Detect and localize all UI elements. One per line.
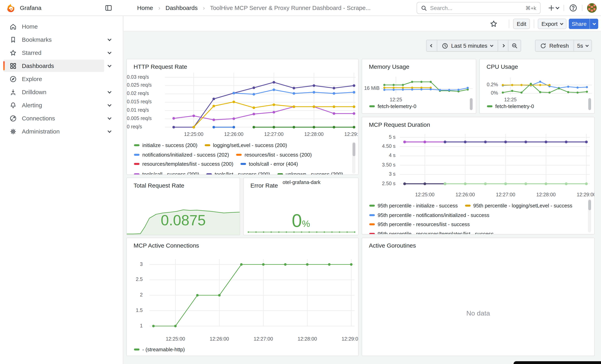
sidebar-item-label: Explore [22, 76, 42, 82]
search-input[interactable]: Search... ⌘+k [417, 2, 541, 14]
cpu-usage-chart[interactable] [500, 77, 592, 96]
breadcrumb-home[interactable]: Home [137, 4, 153, 11]
mcp-active-connections-chart[interactable] [150, 257, 355, 329]
favorite-star-icon[interactable] [490, 20, 498, 28]
legend-item[interactable]: tools/call - success (200) [134, 171, 199, 175]
chevron-down-icon[interactable] [108, 37, 111, 41]
dashboards-grid-icon [10, 62, 17, 69]
legend-item[interactable]: 95th percentile - initialize - success [369, 202, 458, 208]
sidebar-item-administration[interactable]: Administration [3, 125, 104, 138]
refresh-interval-picker[interactable]: 5s [574, 40, 591, 51]
search-shortcut: ⌘+k [525, 5, 536, 11]
divider [509, 20, 509, 28]
sidebar-item-drilldown[interactable]: Drilldown [3, 86, 104, 98]
divider [564, 5, 564, 11]
legend-row: 95th percentile - resources/list - succe… [369, 221, 585, 227]
breadcrumb-dashboards[interactable]: Dashboards [166, 4, 198, 11]
panel-http-request-rate: HTTP Request Rate 0.03 req/s 0.025 req/s… [126, 59, 359, 175]
divider [534, 20, 534, 28]
panel-mcp-active-connections: MCP Active Connections 3 2.5 2 1.5 1 12:… [126, 238, 359, 356]
refresh-interval-label: 5s [577, 42, 583, 49]
legend-scrollbar-thumb[interactable] [588, 200, 591, 210]
sidebar-item-starred[interactable]: Starred [3, 47, 104, 59]
legend-item[interactable]: fetch-telemetry-0 [487, 103, 534, 109]
legend-item[interactable]: resources/list - success (200) [236, 152, 312, 157]
legend-item[interactable]: 95th percentile - logging/setLevel - suc… [465, 202, 572, 208]
share-dropdown-button[interactable] [590, 19, 598, 29]
panel-total-request-rate: Total Request Rate 0.0875 [126, 178, 240, 235]
stat-value: 0.0875 [127, 212, 240, 229]
legend-row-clipped: 95th percentile - resources/templates/li… [369, 230, 585, 235]
export-button[interactable]: Export [538, 19, 566, 29]
chevron-down-icon[interactable] [108, 116, 111, 120]
add-button[interactable] [547, 4, 555, 12]
legend-item[interactable]: tools/list - success (200) [206, 171, 270, 175]
edit-button[interactable]: Edit [513, 19, 530, 29]
sidebar-item-label: Dashboards [22, 62, 54, 69]
refresh-label: Refresh [549, 42, 569, 49]
y-axis-label: 0.2% [480, 82, 498, 88]
legend-item[interactable]: 95th percentile - notifications/initiali… [369, 212, 489, 218]
http-request-rate-chart[interactable] [165, 70, 356, 134]
grafana-logo-icon[interactable] [6, 3, 16, 13]
chevron-down-icon[interactable] [108, 50, 111, 54]
sidebar-item-label: Starred [22, 49, 41, 56]
refresh-icon [540, 43, 546, 49]
sidebar-item-label: Connections [22, 115, 55, 122]
panel-title: CPU Usage [487, 63, 518, 70]
chevron-down-icon[interactable] [108, 103, 111, 107]
legend-row: fetch-telemetry-0 [369, 103, 467, 109]
sidebar-item-explore[interactable]: Explore [3, 73, 104, 85]
legend-item[interactable]: unknown - success (200) [277, 171, 343, 175]
mcp-request-duration-chart[interactable] [400, 132, 590, 191]
sidebar-item-alerting[interactable]: Alerting [3, 99, 104, 111]
add-chevron-down-icon[interactable] [555, 5, 560, 9]
sidebar-item-dashboards[interactable]: Dashboards [3, 59, 104, 72]
legend-scrollbar-thumb[interactable] [470, 98, 473, 110]
legend-item[interactable]: initialize - success (200) [134, 142, 197, 148]
panel-error-rate: Error Rate otel-grafana-dark 0% [243, 178, 359, 235]
zoom-out-button[interactable] [508, 40, 521, 51]
chevron-down-icon [490, 43, 493, 47]
legend-row: - (streamable-http) [134, 346, 349, 353]
star-icon [10, 49, 17, 56]
export-button-label: Export [541, 21, 558, 27]
legend-item[interactable]: resources/templates/list - success (200) [134, 161, 233, 167]
share-button[interactable]: Share [569, 19, 590, 29]
legend-item[interactable]: logging/setLevel - success (200) [204, 142, 287, 148]
legend-item[interactable]: tools/call - error (404) [240, 161, 298, 167]
legend-item[interactable]: - (streamable-http) [134, 346, 185, 352]
time-forward-button[interactable] [498, 40, 508, 51]
sidebar-item-bookmarks[interactable]: Bookmarks [3, 33, 104, 46]
legend-item[interactable]: 95th percentile - resources/templates/li… [369, 231, 494, 235]
chevron-down-icon[interactable] [108, 129, 111, 133]
chevron-down-icon[interactable] [108, 63, 111, 67]
refresh-button[interactable]: Refresh [535, 40, 574, 51]
edit-button-label: Edit [517, 21, 526, 27]
help-icon[interactable] [569, 4, 577, 12]
legend-row: resources/templates/list - success (200)… [134, 160, 349, 167]
breadcrumb-separator: › [158, 4, 160, 11]
sidebar-item-connections[interactable]: Connections [3, 112, 104, 124]
sidebar-item-home[interactable]: Home [3, 20, 104, 33]
panel-title: MCP Request Duration [369, 121, 430, 128]
legend-item[interactable]: fetch-telemetry-0 [369, 103, 416, 109]
time-range-label: Last 5 minutes [451, 42, 487, 49]
time-back-button[interactable] [427, 40, 437, 51]
x-axis-label: 12:25 [386, 97, 406, 103]
bookmark-icon [10, 36, 17, 43]
panel-cpu-usage: CPU Usage 0.2% 0% 12:25 fetch-telemetry-… [479, 59, 595, 114]
legend-item[interactable]: 95th percentile - resources/list - succe… [369, 221, 470, 227]
divider [582, 5, 582, 11]
user-avatar[interactable] [587, 3, 597, 13]
legend-scrollbar-thumb[interactable] [588, 98, 591, 110]
top-bar: Grafana Home › Dashboards › ToolHive MCP… [0, 0, 601, 16]
collapse-menu-icon[interactable] [105, 4, 112, 11]
legend-item[interactable]: notifications/initialized - success (202… [134, 152, 229, 157]
memory-usage-chart[interactable] [381, 76, 473, 94]
search-icon [421, 5, 427, 11]
home-icon [10, 23, 17, 30]
chevron-down-icon[interactable] [108, 90, 111, 94]
time-range-picker[interactable]: Last 5 minutes [437, 40, 498, 51]
legend-scrollbar-thumb[interactable] [352, 143, 355, 156]
